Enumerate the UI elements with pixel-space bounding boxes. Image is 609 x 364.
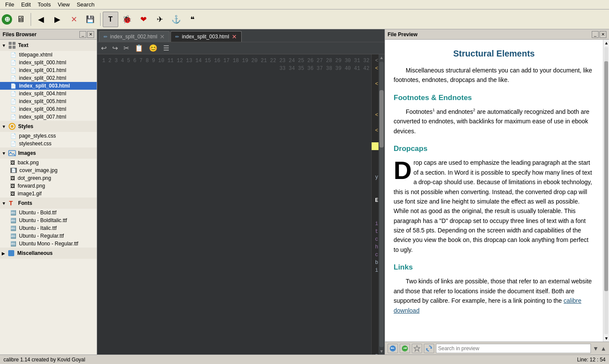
font-ubuntumono-regular[interactable]: 🔤 Ubuntu Mono - Regular.ttf xyxy=(0,240,97,248)
file-stylesheet[interactable]: 📄 stylesheet.css xyxy=(0,140,97,147)
file-index-006[interactable]: 📄 index_split_006.html xyxy=(0,105,97,113)
menu-tools[interactable]: Tools xyxy=(34,0,54,9)
preview-content: Structural Elements Miscellaneous struct… xyxy=(385,40,603,342)
preview-heading1: Structural Elements xyxy=(394,47,594,60)
font-ubuntu-bold[interactable]: 🔤 Ubuntu - Bold.ttf xyxy=(0,209,97,217)
preview-close-button[interactable]: ✕ xyxy=(600,31,606,38)
preview-forward-button[interactable] xyxy=(400,344,410,353)
search-preview-input[interactable] xyxy=(436,344,591,353)
tab-close-003[interactable]: ✕ xyxy=(232,33,237,40)
preview-scroll-thumb[interactable] xyxy=(604,61,608,291)
file-index-007[interactable]: 📄 index_split_007.html xyxy=(0,113,97,121)
menu-edit[interactable]: Edit xyxy=(18,0,34,9)
scroll-up-arrow[interactable]: ▲ xyxy=(379,54,385,61)
paste-button[interactable]: 📋 xyxy=(133,43,145,53)
cut-button[interactable]: ✂ xyxy=(121,43,131,53)
view-file-button[interactable]: 🖥 xyxy=(13,12,28,27)
file-icon-stylesheet: 📄 xyxy=(10,141,16,147)
menu-file[interactable]: File xyxy=(2,0,18,9)
scroll-thumb[interactable] xyxy=(379,90,384,147)
save-button[interactable]: 💾 xyxy=(82,12,98,27)
preview-refresh-button[interactable] xyxy=(424,344,434,353)
preview-scrollbar[interactable]: ▲ ▼ xyxy=(603,40,609,342)
file-name-titlepage: titlepage.xhtml xyxy=(19,52,52,58)
tab-icon-002: ✏ xyxy=(104,34,107,40)
preview-back-button[interactable] xyxy=(388,344,398,353)
panel-minimize-button[interactable]: _ xyxy=(79,31,86,38)
list-button[interactable]: ☰ xyxy=(161,43,171,53)
line-numbers: 1 2 3 4 5 6 7 8 9 10 11 12 13 14 15 16 1… xyxy=(97,54,372,355)
tree-section-styles: ▼ Styles 📄 page_styles.css 📄 stylesheet.… xyxy=(0,121,97,147)
file-index-000[interactable]: 📄 index_split_000.html xyxy=(0,59,97,66)
file-icon-006: 📄 xyxy=(10,107,16,112)
add-file-button[interactable]: ⊕ xyxy=(2,14,12,25)
search-up-arrow[interactable]: ▲ xyxy=(600,345,606,352)
scroll-down-arrow[interactable]: ▼ xyxy=(379,348,385,355)
preview-scroll-track[interactable] xyxy=(604,47,608,334)
text-tool-button[interactable]: T xyxy=(103,12,118,27)
anchor-button[interactable]: ⚓ xyxy=(168,12,184,27)
file-back-png[interactable]: 🖼 back.png xyxy=(0,159,97,166)
smileys-button[interactable]: 😊 xyxy=(147,43,160,53)
redo-button[interactable]: ↪ xyxy=(110,43,120,53)
font-icon-ubuntu-bold: 🔤 xyxy=(10,210,16,216)
back-button[interactable]: ◀ xyxy=(33,12,49,27)
preview-scroll-down[interactable]: ▼ xyxy=(603,335,609,342)
file-titlepage[interactable]: 📄 titlepage.xhtml xyxy=(0,51,97,59)
tree-section-fonts-header[interactable]: ▼ T Fonts xyxy=(0,198,97,209)
forward-button[interactable]: ▶ xyxy=(50,12,65,27)
undo-button[interactable]: ↩ xyxy=(99,43,109,53)
file-name-007: index_split_007.html xyxy=(19,114,66,120)
file-page-styles[interactable]: 📄 page_styles.css xyxy=(0,132,97,140)
panel-controls: _ ✕ xyxy=(79,31,94,38)
editor-scrollbar[interactable]: ▲ ▼ xyxy=(379,54,385,355)
preview-minimize-button[interactable]: _ xyxy=(592,31,599,38)
tab-close-002[interactable]: ✕ xyxy=(160,33,165,40)
file-index-005[interactable]: 📄 index_split_005.html xyxy=(0,97,97,105)
plane-button[interactable]: ✈ xyxy=(152,12,167,27)
panel-close-button[interactable]: ✕ xyxy=(87,31,94,38)
svg-point-11 xyxy=(402,345,408,351)
debug-button[interactable]: 🐞 xyxy=(119,12,135,27)
calibre-download-link[interactable]: calibre download xyxy=(394,297,581,314)
preview-bookmark-button[interactable] xyxy=(412,344,422,353)
font-ubuntu-italic[interactable]: 🔤 Ubuntu - Italic.ttf xyxy=(0,224,97,232)
heart-button[interactable]: ❤ xyxy=(136,12,151,27)
file-index-003[interactable]: 📄 index_split_003.html xyxy=(0,82,97,90)
font-name-ubuntu-regular: Ubuntu - Regular.ttf xyxy=(19,233,64,239)
toolbar-sep-1 xyxy=(31,13,31,26)
file-forward-png[interactable]: 🖼 forward.png xyxy=(0,182,97,190)
tree-section-text-header[interactable]: ▼ Text xyxy=(0,40,97,51)
code-editor[interactable]: <?xml version='1.0' encoding='utf-8'?> <… xyxy=(372,54,379,355)
tab-index-003[interactable]: ✏ index_split_003.html ✕ xyxy=(170,31,241,42)
search-down-arrow[interactable]: ▼ xyxy=(593,345,599,352)
tab-index-002[interactable]: ✏ index_split_002.html ✕ xyxy=(99,31,170,42)
tree-section-fonts: ▼ T Fonts 🔤 Ubuntu - Bold.ttf 🔤 Ubuntu -… xyxy=(0,198,97,248)
tree-section-images-header[interactable]: ▼ Images xyxy=(0,147,97,159)
tree-section-misc-header[interactable]: ▶ Miscellaneous xyxy=(0,248,97,259)
file-index-004[interactable]: 📄 index_split_004.html xyxy=(0,90,97,97)
font-ubuntu-bolditalic[interactable]: 🔤 Ubuntu - BoldItalic.ttf xyxy=(0,217,97,224)
file-dot-green[interactable]: 🖼 dot_green.png xyxy=(0,174,97,182)
scroll-track[interactable] xyxy=(379,62,384,347)
quote-button[interactable]: ❝ xyxy=(185,12,200,27)
file-cover-image[interactable]: 📄 cover_image.jpg xyxy=(0,166,97,174)
tree-scroll: ▼ Text 📄 titlepage.xhtml 📄 index_split_0… xyxy=(0,40,97,355)
tree-section-misc-label: Miscellaneous xyxy=(17,250,53,256)
code-area: 1 2 3 4 5 6 7 8 9 10 11 12 13 14 15 16 1… xyxy=(97,54,385,355)
tree-section-text: ▼ Text 📄 titlepage.xhtml 📄 index_split_0… xyxy=(0,40,97,121)
font-name-ubuntu-bold: Ubuntu - Bold.ttf xyxy=(19,210,57,216)
font-icon-ubuntumono-regular: 🔤 xyxy=(10,241,16,247)
font-ubuntu-regular[interactable]: 🔤 Ubuntu - Regular.ttf xyxy=(0,232,97,240)
file-index-002[interactable]: 📄 index_split_002.html xyxy=(0,74,97,82)
file-image1-gif[interactable]: 🖼 image1.gif xyxy=(0,190,97,198)
tree-toggle-images: ▼ xyxy=(2,151,6,156)
preview-scroll-up[interactable]: ▲ xyxy=(603,40,609,46)
toolbar-sep-2 xyxy=(100,13,101,26)
delete-button[interactable]: ✕ xyxy=(66,12,82,27)
menu-view[interactable]: View xyxy=(54,0,73,9)
tab-icon-003: ✏ xyxy=(175,34,179,40)
tree-section-styles-header[interactable]: ▼ Styles xyxy=(0,121,97,132)
file-index-001[interactable]: 📄 index_split_001.html xyxy=(0,66,97,74)
menu-search[interactable]: Search xyxy=(73,0,98,9)
